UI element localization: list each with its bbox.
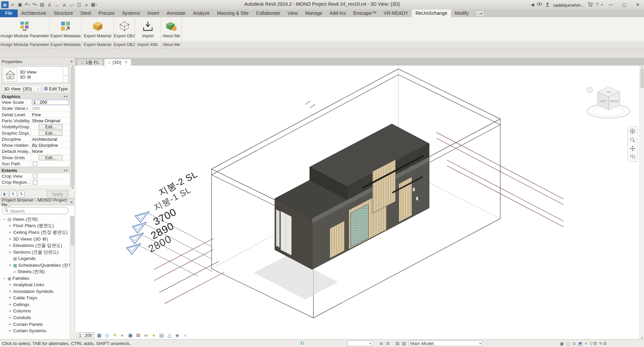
tree-item-families[interactable]: −Families (0, 275, 75, 281)
user-interface-icon[interactable]: ▦▾ (90, 1, 98, 8)
analytical-model-icon[interactable]: △ (166, 332, 173, 338)
edit-button[interactable]: Edit... (39, 130, 63, 136)
viewcube-home-icon[interactable] (587, 87, 593, 93)
properties-scrollbar[interactable]: ▲▼ (70, 65, 75, 189)
tree-item-elevations[interactable]: +Elevations (건물 입면도) (0, 242, 75, 249)
ribbon-tab-annotate[interactable]: Annotate (163, 9, 189, 17)
edit-button[interactable]: Edit... (39, 155, 63, 160)
section-graphics[interactable]: Graphics ▴▴ (0, 93, 70, 99)
expand-icon[interactable]: + (8, 309, 12, 313)
properties-header[interactable]: Properties ✕ (0, 58, 75, 65)
sun-path-icon[interactable]: ☀ (112, 332, 118, 338)
tree-item-sheets[interactable]: Sheets (전체) (0, 268, 75, 275)
tree-item-schedules[interactable]: +Schedules/Quantities (전체) (0, 262, 75, 268)
temporary-view-properties-icon[interactable]: ▤ (159, 332, 165, 338)
tree-item-conduits[interactable]: +Conduits (0, 314, 75, 321)
ribbon-tab-systems[interactable]: Systems (118, 9, 144, 17)
ribbon-tab-reunixchange[interactable]: ReUniXchange (412, 9, 451, 17)
signed-in-user[interactable]: saddiqurrehm... (553, 2, 584, 7)
collapse-icon[interactable]: ▴▴ (64, 94, 68, 98)
modify-selection-icon[interactable]: ▭▾ (476, 10, 484, 16)
expand-icon[interactable]: + (8, 283, 12, 287)
selection-group[interactable]: ✎:0 (599, 341, 606, 346)
editable-only-icon[interactable]: ▥ (402, 341, 406, 345)
background-process-icon[interactable]: ↻ (300, 341, 304, 346)
ribbon-tab-massing-site[interactable]: Massing & Site (214, 9, 253, 17)
ribbon-tab-insert[interactable]: Insert (144, 9, 163, 17)
close-tab-icon[interactable]: ✕ (125, 60, 127, 64)
thin-lines-icon[interactable]: ≡ (83, 1, 90, 8)
view-scale-input[interactable] (32, 99, 69, 105)
ribbon-tab-add-ins[interactable]: Add-Ins (326, 9, 349, 17)
maximize-button[interactable]: ▢ (619, 1, 630, 8)
expand-icon[interactable]: + (8, 328, 12, 333)
aligned-dimension-icon[interactable]: ↔ (53, 1, 61, 8)
ribbon-tab-structure[interactable]: Structure (50, 9, 77, 17)
collapse-icon[interactable]: ▴▴ (64, 168, 68, 172)
default-3d-view-icon[interactable]: ⌂▾ (68, 1, 75, 8)
tree-item-legends[interactable]: Legends (0, 255, 75, 262)
select-links-icon[interactable]: ▣ (560, 341, 564, 345)
prop-value[interactable]: Architectural (31, 137, 70, 142)
import-button[interactable]: Import (141, 20, 155, 38)
expand-icon[interactable]: + (8, 236, 12, 241)
detail-level-icon[interactable]: ▦ (96, 332, 102, 338)
autodesk-menu-icon[interactable]: ◀ (531, 2, 534, 7)
search-icon[interactable] (537, 2, 542, 7)
tree-item-sections[interactable]: +Sections (건물 단면도) (0, 249, 75, 255)
redo-icon[interactable]: ↷▾ (31, 1, 38, 8)
section-icon[interactable]: ◫ (76, 1, 83, 8)
view-tab-1f[interactable]: ⌂ 1층 FL (77, 59, 103, 66)
scroll-down-icon[interactable]: ▼ (70, 187, 75, 189)
scrollbar-thumb[interactable] (71, 68, 74, 186)
building-model[interactable] (275, 124, 429, 269)
tree-item-curtain-systems[interactable]: +Curtain Systems (0, 327, 75, 334)
ribbon-tab-view[interactable]: View (284, 9, 301, 17)
browser-scrollbar[interactable] (70, 215, 75, 339)
drawing-area[interactable]: 지붕-2 SL 지붕-1 SL 3700 2890 2800 (75, 66, 644, 339)
expand-icon[interactable]: + (8, 250, 12, 254)
sun-path-checkbox[interactable] (33, 162, 37, 166)
prop-value[interactable]: None (31, 149, 70, 154)
save-icon[interactable]: ▣ (16, 1, 24, 8)
open-icon[interactable]: ▱ (9, 1, 16, 8)
ribbon-tab-collaborate[interactable]: Collaborate (252, 9, 284, 17)
worksets-dropdown[interactable]: ▾ (347, 341, 373, 346)
close-button[interactable]: ✕ (633, 1, 643, 8)
edit-button[interactable]: Edit... (39, 124, 63, 129)
pan-icon[interactable] (630, 145, 635, 151)
tree-item-3d-views[interactable]: +3D Views (3D 뷰) (0, 235, 75, 242)
view-scale-control[interactable]: 1 : 200 (76, 332, 94, 338)
expand-icon[interactable]: + (8, 289, 12, 293)
type-selector-dropdown-icon[interactable]: ⌄ (63, 67, 68, 83)
shadows-icon[interactable]: ◐ (120, 332, 126, 338)
steering-wheel-icon[interactable] (630, 128, 635, 134)
apply-button[interactable]: Apply (47, 190, 68, 197)
about-me-button[interactable]: i About Me (162, 20, 181, 38)
help-icon[interactable]: ? (596, 2, 598, 7)
scrollbar-thumb[interactable] (71, 216, 74, 245)
viewcube-top-label[interactable]: TOP (606, 91, 611, 94)
close-icon[interactable]: ✕ (70, 200, 73, 204)
crop-view-icon[interactable]: ▣ (127, 332, 134, 338)
tree-item-floor-plans[interactable]: +Floor Plans (평면도) (0, 222, 75, 229)
tree-item-views[interactable]: −Views (전체) (0, 216, 75, 222)
zoom-icon[interactable] (630, 137, 635, 143)
reveal-hidden-icon[interactable]: ● (151, 332, 157, 338)
expand-icon[interactable]: + (8, 223, 12, 228)
design-options-dropdown[interactable]: Main Model ▾ (409, 341, 483, 346)
prop-value[interactable]: By Discipline (31, 143, 70, 148)
tree-item-annotation-symbols[interactable]: +Annotation Symbols (0, 288, 75, 295)
properties-help-icon[interactable]: ◧ (2, 190, 8, 197)
prop-value[interactable]: Show Original (31, 118, 70, 123)
select-by-face-icon[interactable]: ◩ (578, 341, 582, 345)
level-markers[interactable] (126, 212, 149, 254)
help-caret-icon[interactable]: ▾ (601, 3, 602, 6)
tree-item-ceilings[interactable]: +Ceilings (0, 301, 75, 308)
ribbon-tab-precast[interactable]: Precast (95, 9, 118, 17)
expand-icon[interactable]: + (8, 302, 12, 306)
ribbon-tab-architecture[interactable]: Architecture (17, 9, 50, 17)
scroll-up-icon[interactable]: ▲ (70, 65, 75, 67)
temporary-hide-isolate-icon[interactable]: ∞ (143, 332, 149, 338)
crop-region-checkbox[interactable] (33, 180, 37, 184)
